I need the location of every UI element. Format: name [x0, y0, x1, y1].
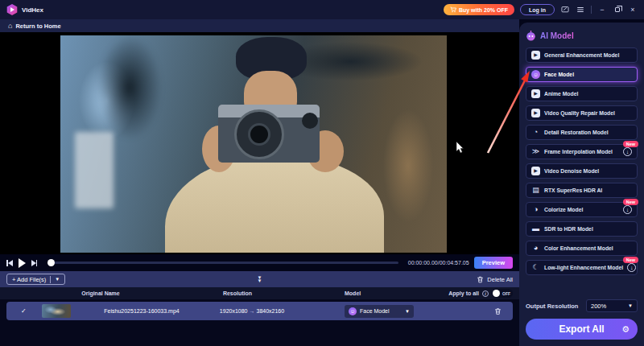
model-general-enhancement-model[interactable]: ▶General Enhancement Model	[526, 47, 638, 63]
camera-lens-inner	[248, 123, 270, 146]
background-building	[75, 132, 114, 208]
chevron-down-icon: ▼	[405, 309, 410, 314]
seek-handle[interactable]	[47, 259, 55, 266]
minimize-button[interactable]: −	[597, 5, 607, 14]
background-tree	[97, 35, 162, 140]
model-sdr-to-hdr-model[interactable]: ▬SDR to HDR Model	[526, 221, 638, 237]
model-anime-model[interactable]: ▶Anime Model	[526, 86, 638, 101]
delete-all-label: Delete All	[487, 276, 513, 283]
maximize-icon	[615, 7, 620, 12]
colorize-icon: ◑	[531, 205, 540, 214]
column-model: Model	[345, 290, 361, 296]
toggle-state-label: OFF	[502, 291, 510, 296]
video-preview[interactable]	[60, 35, 447, 253]
buy-button[interactable]: Buy with 20% OFF	[444, 4, 514, 15]
chevron-down-icon[interactable]: ▼	[55, 277, 60, 282]
previous-frame-button[interactable]	[6, 260, 13, 266]
model-face-model[interactable]: ☺Face Model	[526, 67, 638, 82]
file-resolution: 1920x1080→3840x2160	[208, 308, 296, 314]
model-label: Video Denoise Model	[544, 168, 599, 174]
person-jacket	[165, 156, 384, 253]
row-model-value: Face Model	[360, 308, 390, 314]
close-button[interactable]: ×	[628, 5, 638, 14]
trash-icon	[494, 307, 502, 315]
row-delete-button[interactable]	[494, 307, 502, 315]
model-label: Low-light Enhancement Model	[544, 265, 623, 270]
download-icon[interactable]: ↓	[627, 263, 636, 272]
return-home-bar[interactable]: ⌂ Return to Home	[0, 19, 519, 32]
next-frame-button[interactable]	[31, 260, 38, 266]
gear-icon[interactable]: ⚙	[621, 324, 630, 335]
new-badge: New	[623, 141, 638, 147]
video-repair-icon: ▶	[531, 109, 540, 117]
add-files-label: + Add File(s)	[12, 276, 46, 283]
rtx-icon: ▤	[531, 186, 540, 195]
output-resolution-row: Output Resolution 200% ▼	[526, 299, 638, 312]
low-light-icon: ☾	[531, 263, 540, 272]
table-row[interactable]: ✓Feishu20251223-160033.mp41920x1080→3840…	[6, 302, 513, 320]
model-low-light-enhancement-model[interactable]: ☾Low-light Enhancement Model↓New	[526, 260, 638, 275]
row-model-select[interactable]: ☺Face Model▼	[345, 305, 414, 318]
model-label: Detail Restoration Model	[544, 130, 609, 135]
apply-to-all-toggle[interactable]: OFF	[492, 289, 513, 298]
output-resolution-select[interactable]: 200% ▼	[586, 299, 638, 312]
camera-lens	[234, 109, 284, 159]
preview-button[interactable]: Preview	[474, 257, 513, 269]
model-colorize-model[interactable]: ◑Colorize Model↓New	[526, 202, 638, 217]
trash-icon	[477, 276, 484, 283]
apply-to-all-label: Apply to all	[448, 290, 479, 296]
sdr-to-hdr-icon: ▬	[531, 224, 540, 233]
model-frame-interpolation-model[interactable]: ≫Frame Interpolation Model↓New	[526, 144, 638, 159]
menu-icon[interactable]	[576, 5, 585, 14]
app-title: VidHex	[22, 6, 43, 14]
login-button[interactable]: Log in	[520, 4, 555, 15]
apply-to-all-group: Apply to all i OFF	[448, 289, 513, 298]
button-divider	[50, 276, 51, 283]
panel-title: AI Model	[540, 31, 574, 40]
model-label: Anime Model	[544, 91, 578, 97]
model-video-quality-repair-model[interactable]: ▶Video Quality Repair Model	[526, 105, 638, 121]
model-color-enhancement-model[interactable]: ◕Color Enhancement Model	[526, 241, 638, 256]
video-enhance-icon: ▶	[531, 51, 540, 60]
camera-viewfinder	[302, 113, 318, 129]
titlebar-divider	[591, 6, 592, 14]
titlebar-actions: Buy with 20% OFF Log in − ×	[444, 4, 638, 15]
output-resolution-label: Output Resolution	[526, 303, 578, 310]
play-button[interactable]	[19, 258, 26, 268]
file-table-body: ✓Feishu20251223-160033.mp41920x1080→3840…	[0, 299, 519, 346]
video-thumbnail	[42, 304, 71, 318]
feedback-icon[interactable]	[560, 5, 570, 14]
arrow-right-icon: →	[248, 308, 257, 314]
add-files-button[interactable]: + Add File(s) ▼	[6, 274, 65, 285]
info-icon[interactable]: i	[482, 290, 489, 297]
maximize-button[interactable]	[613, 5, 622, 14]
model-label: Color Enhancement Model	[544, 245, 613, 251]
model-video-denoise-model[interactable]: ▶Video Denoise Model	[526, 163, 638, 179]
titlebar: VidHex Buy with 20% OFF Log in − ×	[0, 0, 644, 19]
robot-icon	[526, 31, 536, 41]
export-all-button[interactable]: Export All ⚙	[526, 319, 638, 340]
row-checkbox[interactable]: ✓	[21, 307, 27, 315]
export-all-label: Export All	[559, 323, 604, 335]
download-icon[interactable]: ↓	[623, 205, 632, 214]
return-home-label: Return to Home	[15, 23, 60, 30]
output-resolution-value: 200%	[591, 303, 606, 310]
file-table-header: Original Name Resolution Model Apply to …	[0, 287, 519, 299]
timecode: 00:00:00.00/00:04:57.05	[408, 260, 469, 266]
model-detail-restoration-model[interactable]: ◔Detail Restoration Model	[526, 125, 638, 140]
delete-all-button[interactable]: Delete All	[477, 276, 513, 283]
model-list: ▶General Enhancement Model☺Face Model▶An…	[526, 47, 638, 279]
collapse-panel-button[interactable]: ▼▼	[258, 276, 262, 282]
model-rtx-superres-hdr-ai[interactable]: ▤RTX SuperRes HDR AI	[526, 183, 638, 198]
model-label: RTX SuperRes HDR AI	[544, 187, 602, 193]
model-label: Colorize Model	[544, 207, 583, 212]
cart-icon	[450, 6, 456, 13]
new-badge: New	[623, 257, 638, 263]
frame-interpolation-icon: ≫	[531, 147, 540, 156]
download-icon[interactable]: ↓	[623, 147, 632, 156]
chevron-down-icon: ▼	[628, 303, 633, 308]
ai-model-panel: AI Model ▶General Enhancement Model☺Face…	[519, 23, 644, 346]
ai-model-header: AI Model	[526, 31, 638, 41]
file-toolbar: + Add File(s) ▼ ▼▼ Delete All	[0, 271, 519, 287]
seek-slider[interactable]	[47, 262, 398, 264]
